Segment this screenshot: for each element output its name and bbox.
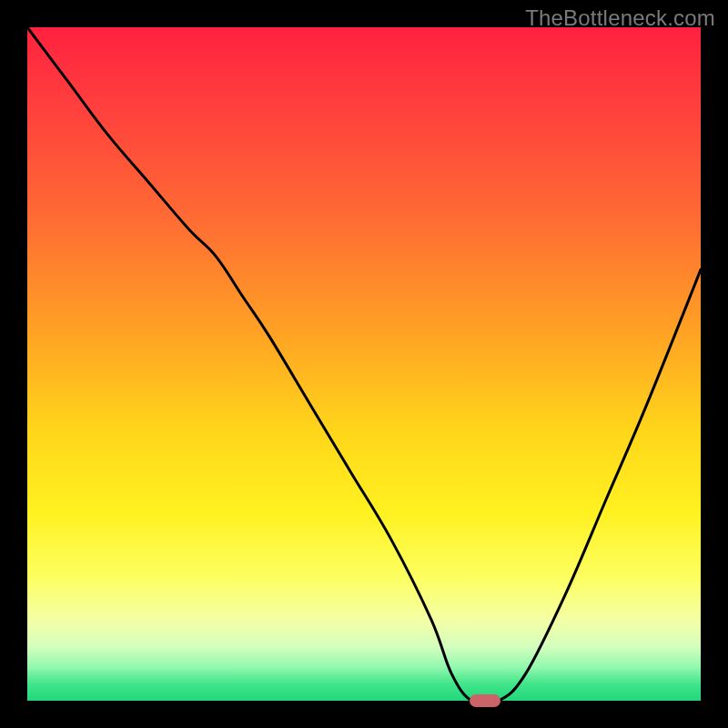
optimal-marker — [470, 694, 500, 707]
chart-plot-area — [27, 27, 701, 701]
bottleneck-curve — [27, 27, 701, 701]
chart-frame: TheBottleneck.com — [0, 0, 728, 728]
